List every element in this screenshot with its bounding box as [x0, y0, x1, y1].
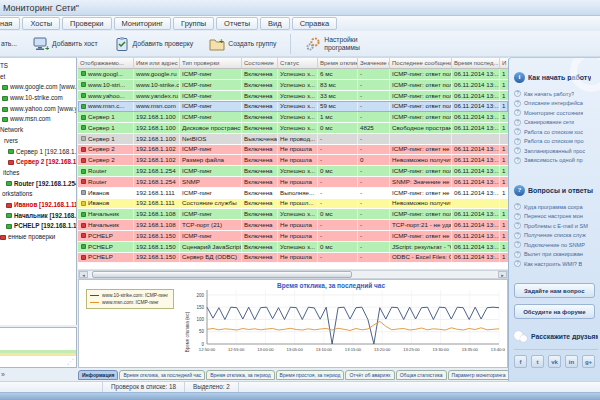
section2-links: ?Куда программа сохра?Перенос настроек м… — [514, 202, 598, 269]
ask-question-button[interactable]: Задайте нам вопрос — [514, 283, 595, 298]
help-link[interactable]: ?Получение списка служ — [514, 231, 598, 241]
table-row[interactable]: PCHELP192.168.1.150Сервер БД (ODBC)Включ… — [78, 253, 508, 264]
twitter-icon[interactable]: t — [531, 355, 544, 368]
help-link[interactable]: ?Запланированный прос — [514, 146, 598, 156]
help-link[interactable]: ?Перенос настроек мон — [514, 212, 598, 222]
menu-tab-2[interactable]: Проверки — [62, 17, 111, 30]
help-link[interactable]: ?Работа со списком про — [514, 137, 598, 147]
column-header-7[interactable]: Последнее сообщение — [390, 58, 452, 68]
table-row[interactable]: PCHELP192.168.1.150ICMP-пингВключенаНе п… — [78, 231, 508, 242]
table-row[interactable]: www.10-stri...www.10-strike.comICMP-пинг… — [78, 80, 508, 91]
help-link[interactable]: ?Сканирование сети — [514, 118, 598, 128]
help-link[interactable]: ?Подключение по SNMP — [514, 240, 598, 250]
table-row[interactable]: Сервер 1192.168.1.100NetBIOSВыключенаНе … — [78, 134, 508, 145]
menu-tab-5[interactable]: Отчеты — [216, 17, 258, 30]
menu-tab-0[interactable]: ная — [0, 17, 20, 30]
column-header-2[interactable]: Тип проверки — [180, 58, 242, 68]
bottom-tab-6[interactable]: Параметр мониторинга — [448, 370, 510, 380]
tree-item-3[interactable]: www.10-strike.com — [0, 93, 76, 104]
tree-item-0[interactable]: TS — [0, 61, 76, 72]
help-link[interactable]: ?Проблемы с E-mail и SM — [514, 221, 598, 231]
table-row[interactable]: www.yahoo...www.yandex.ruICMP-пингВключе… — [78, 91, 508, 102]
table-row[interactable]: Сервер 2192.168.1.102ICMP-пингВключенаНе… — [78, 145, 508, 156]
table-row[interactable]: www.msn.c...www.msn.comICMP-пингВключена… — [78, 101, 508, 112]
bottom-tab-3[interactable]: Время простоя, за период — [276, 370, 345, 380]
resize-grip-icon[interactable]: ⋰ — [67, 358, 74, 365]
menu-tab-6[interactable]: Вид — [260, 17, 290, 30]
table-row[interactable]: Router192.168.1.254ICMP-пингВключенаУспе… — [78, 166, 508, 177]
tree-item-5[interactable]: www.msn.com — [0, 114, 76, 125]
table-row[interactable]: Router192.168.1.254SNMPВключенаНе прошла… — [78, 177, 508, 188]
table-row[interactable]: Сервер 2192.168.1.102Размер файлаВключен… — [78, 155, 508, 166]
table-row[interactable]: PCHELP192.168.1.150Сценарий JavaScriptВк… — [78, 242, 508, 253]
table-row[interactable]: Иванов192.168.1.111Состояние службыВключ… — [78, 199, 508, 210]
tree-item-2[interactable]: www.google.com [www.google.ru] — [0, 82, 76, 93]
scroll-right-arrow-icon[interactable]: ▸ — [498, 271, 507, 278]
tree-item-11[interactable]: Router [192.168.1.254] — [0, 179, 76, 190]
help-link[interactable]: ?Как настроить WMI? В — [514, 259, 598, 269]
tree-item-12[interactable]: orkstations — [0, 189, 76, 200]
table-row[interactable]: Начальник192.168.1.108ICMP-пингВключенаУ… — [78, 209, 508, 220]
column-header-3[interactable]: Состояние — [242, 58, 278, 68]
scroll-left-arrow-icon[interactable]: ◂ — [79, 271, 88, 278]
column-header-1[interactable]: Имя или адрес хо... — [134, 58, 180, 68]
facebook-icon[interactable]: f — [514, 355, 527, 368]
help-link[interactable]: ?Зависимость одной пр — [514, 156, 598, 166]
menu-tab-1[interactable]: Хосты — [22, 17, 60, 30]
bottom-tab-2[interactable]: Время отклика, за период — [206, 370, 274, 380]
help-link[interactable]: ?Мониторинг состояния — [514, 108, 598, 118]
tree-item-16[interactable]: енные проверки — [0, 232, 76, 243]
help-link[interactable]: ?Вылет при сканирован — [514, 250, 598, 260]
menu-tab-3[interactable]: Мониторинг — [114, 17, 172, 30]
tree-item-13[interactable]: Иванов [192.168.1.111] — [0, 200, 76, 211]
forum-button[interactable]: Обсудите на форуме — [514, 304, 595, 319]
menu-tab-7[interactable]: Справка — [292, 17, 337, 30]
help-link[interactable]: ?Описание интерфейса — [514, 99, 598, 109]
column-header-6[interactable]: Значение пар... — [358, 58, 390, 68]
horizontal-scrollbar[interactable]: ◂ ▸ — [78, 270, 508, 279]
help-bullet-icon: ? — [514, 232, 521, 239]
table-row[interactable]: Иванов192.168.1.111ICMP-пингВключенаВыпо… — [78, 188, 508, 199]
google-plus-icon[interactable]: g+ — [582, 355, 595, 368]
tree-item-9[interactable]: Сервер 2 [192.168.1.102] — [0, 157, 76, 168]
bottom-tab-5[interactable]: Общая статистика — [396, 370, 447, 380]
tree-item-10[interactable]: itches — [0, 168, 76, 179]
table-cell: Не прошл... — [278, 199, 318, 209]
toolbar-button-1[interactable]: +Добавить хост — [25, 32, 106, 56]
tree-item-1[interactable]: et — [0, 72, 76, 83]
tree-item-4[interactable]: www.yahoo.com [www.yandex.ru] — [0, 104, 76, 115]
table-cell: 06.11.2014 13:... — [452, 188, 500, 198]
tree-item-7[interactable]: rvers — [0, 136, 76, 147]
column-header-5[interactable]: Время отклика — [318, 58, 358, 68]
tree-item-6[interactable]: Network — [0, 125, 76, 136]
help-link[interactable]: ?Куда программа сохра — [514, 202, 598, 212]
toolbar-button-4[interactable]: Настройки программы — [297, 32, 368, 56]
column-header-8[interactable]: Время послед... — [452, 58, 500, 68]
help-link-label: Подключение по SNMP — [524, 242, 585, 248]
toolbar-button-3[interactable]: +Создать группу — [201, 32, 284, 56]
help-link[interactable]: ?Работа со списком хос — [514, 127, 598, 137]
bottom-tab-1[interactable]: Время отклика, за последний час — [119, 370, 205, 380]
table-row[interactable]: Сервер 1192.168.1.100Дисковое пространст… — [78, 123, 508, 134]
vk-icon[interactable]: vk — [548, 355, 561, 368]
column-header-9[interactable]: И — [500, 58, 508, 68]
tree-item-8[interactable]: Сервер 1 [192.168.1.100] — [0, 147, 76, 158]
toolbar-button-0[interactable]: ать... — [0, 32, 25, 56]
table-row[interactable]: Начальник192.168.1.108TCP-порт (21)Включ… — [78, 220, 508, 231]
mini-panel: ⋰ — [0, 327, 77, 368]
table-row[interactable]: Сервер 1192.168.1.100ICMP-пингВключенаУс… — [78, 112, 508, 123]
column-header-0[interactable]: Отображаемо... — [78, 58, 134, 68]
bottom-tab-4[interactable]: Отчёт об авариях — [345, 370, 394, 380]
bottom-tab-0[interactable]: Информация — [78, 370, 118, 380]
linkedin-icon[interactable]: in — [565, 355, 578, 368]
toolbar-button-2[interactable]: Добавить проверку — [106, 32, 202, 56]
table-cell: Включена — [242, 69, 278, 79]
tree-item-14[interactable]: Начальник [192.168.1.108] — [0, 211, 76, 222]
column-header-4[interactable]: Статус — [278, 58, 318, 68]
table-row[interactable]: www.googl...www.google.ruICMP-пингВключе… — [78, 69, 508, 80]
toolbar-button-label: Добавить проверку — [133, 40, 194, 48]
collapse-chevron-icon[interactable]: » — [1, 370, 9, 380]
scrollbar-thumb[interactable] — [92, 271, 352, 278]
tree-item-15[interactable]: PCHELP [192.168.1.150] — [0, 221, 76, 232]
menu-tab-4[interactable]: Группы — [173, 17, 214, 30]
